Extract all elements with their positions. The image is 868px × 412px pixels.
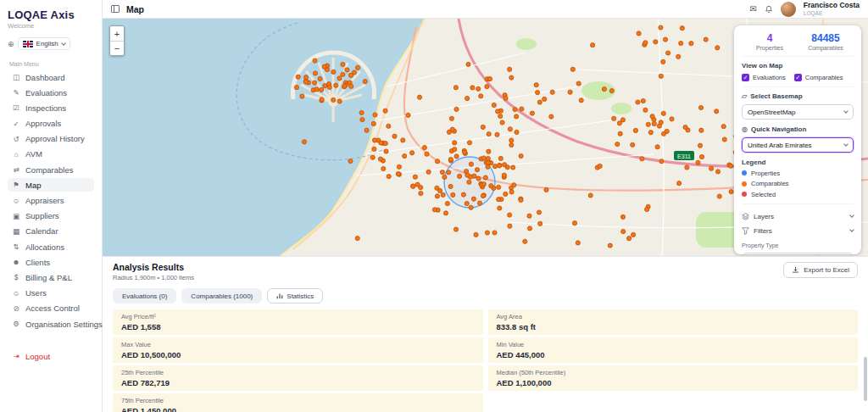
comparable-marker[interactable] [396, 172, 400, 176]
comparable-marker[interactable] [359, 110, 364, 114]
comparable-marker[interactable] [698, 143, 702, 148]
comparable-marker[interactable] [384, 149, 388, 153]
comparable-marker[interactable] [568, 90, 572, 94]
logout-button[interactable]: ⇥Logout [8, 349, 94, 363]
zoom-in-button[interactable]: + [110, 26, 124, 41]
comparable-marker[interactable] [373, 113, 377, 117]
comparable-marker[interactable] [513, 108, 517, 112]
sidebar-item-organisation-settings[interactable]: ⚙Organisation Settings [8, 317, 94, 331]
comparable-marker[interactable] [715, 46, 720, 50]
comparable-marker[interactable] [467, 180, 471, 184]
comparable-marker[interactable] [475, 168, 479, 172]
comparable-marker[interactable] [426, 170, 431, 174]
comparable-marker[interactable] [504, 192, 508, 196]
comparable-marker[interactable] [435, 194, 439, 198]
comparable-marker[interactable] [659, 120, 663, 125]
comparable-marker[interactable] [465, 201, 469, 205]
comparable-marker[interactable] [450, 127, 454, 131]
comparable-marker[interactable] [322, 64, 326, 69]
comparable-marker[interactable] [519, 198, 523, 202]
comparable-marker[interactable] [523, 239, 527, 243]
comparable-marker[interactable] [403, 154, 407, 159]
comparable-marker[interactable] [486, 164, 490, 169]
sidebar-collapse-icon[interactable] [111, 5, 120, 13]
comparable-marker[interactable] [447, 170, 451, 175]
comparable-marker[interactable] [689, 42, 693, 46]
comparable-marker[interactable] [620, 118, 625, 122]
comparable-marker[interactable] [313, 71, 317, 75]
comparable-marker[interactable] [438, 188, 442, 192]
comparable-marker[interactable] [636, 100, 640, 104]
comparable-marker[interactable] [425, 152, 429, 156]
comparable-marker[interactable] [466, 62, 470, 66]
comparable-marker[interactable] [296, 75, 300, 79]
comparable-marker[interactable] [387, 175, 391, 179]
comparable-marker[interactable] [679, 41, 683, 45]
comparable-marker[interactable] [520, 107, 524, 111]
comparable-marker[interactable] [313, 81, 317, 85]
comparable-marker[interactable] [659, 74, 663, 78]
mail-icon[interactable]: ✉ [749, 5, 756, 14]
comparable-marker[interactable] [537, 100, 542, 104]
tab-comparables[interactable]: Comparables (1000) [181, 288, 262, 303]
comparable-marker[interactable] [721, 125, 726, 129]
comparable-marker[interactable] [469, 205, 473, 209]
comparable-marker[interactable] [483, 175, 487, 180]
comparable-marker[interactable] [406, 113, 410, 117]
comparable-marker[interactable] [314, 87, 319, 92]
avatar[interactable] [781, 2, 796, 17]
comparable-marker[interactable] [363, 80, 367, 84]
comparable-marker[interactable] [512, 183, 516, 187]
comparable-marker[interactable] [508, 67, 512, 71]
comparable-marker[interactable] [337, 76, 342, 81]
comparable-marker[interactable] [492, 164, 497, 169]
sidebar-item-inspections[interactable]: ☑Inspections [8, 101, 94, 114]
comparable-marker[interactable] [615, 142, 620, 147]
comparable-marker[interactable] [519, 153, 523, 158]
comparable-marker[interactable] [323, 84, 327, 88]
comparable-marker[interactable] [550, 90, 554, 94]
comparable-marker[interactable] [451, 192, 455, 197]
comparable-marker[interactable] [372, 147, 376, 151]
comparable-marker[interactable] [485, 231, 489, 235]
comparable-marker[interactable] [497, 185, 501, 189]
comparable-marker[interactable] [477, 201, 481, 205]
comparable-marker[interactable] [448, 184, 453, 188]
comparable-marker[interactable] [465, 173, 470, 177]
comparable-marker[interactable] [536, 91, 540, 95]
comparable-marker[interactable] [542, 97, 547, 101]
comparable-marker[interactable] [469, 162, 473, 166]
comparable-marker[interactable] [341, 72, 345, 76]
comparable-marker[interactable] [479, 94, 483, 98]
comparable-marker[interactable] [699, 128, 704, 132]
comparable-marker[interactable] [487, 149, 491, 153]
tab-evaluations[interactable]: Evaluations (0) [113, 288, 176, 303]
comparable-marker[interactable] [474, 232, 478, 237]
comparable-marker[interactable] [498, 114, 503, 118]
comparable-marker[interactable] [495, 132, 499, 136]
comparable-marker[interactable] [663, 37, 667, 42]
comparable-marker[interactable] [481, 182, 486, 187]
comparable-marker[interactable] [458, 174, 462, 178]
comparable-marker[interactable] [715, 170, 720, 174]
comparable-marker[interactable] [659, 159, 664, 164]
comparable-marker[interactable] [313, 58, 317, 63]
comparable-marker[interactable] [432, 208, 437, 212]
comparable-marker[interactable] [371, 121, 376, 125]
comparable-marker[interactable] [500, 120, 504, 125]
comparable-marker[interactable] [650, 114, 654, 119]
comparable-marker[interactable] [435, 159, 439, 164]
comparable-marker[interactable] [509, 142, 514, 147]
comparable-marker[interactable] [729, 190, 733, 194]
sidebar-item-avm[interactable]: ⌂AVM [8, 148, 94, 161]
comparable-marker[interactable] [579, 98, 583, 103]
comparable-marker[interactable] [379, 141, 383, 145]
comparable-marker[interactable] [320, 97, 324, 102]
comparable-marker[interactable] [685, 165, 689, 170]
comparable-marker[interactable] [683, 125, 687, 129]
map-canvas[interactable]: E311 + − 4 Properties 84485 Comparables … [103, 19, 868, 256]
comparable-marker[interactable] [576, 241, 580, 245]
comparable-marker[interactable] [383, 142, 387, 146]
filters-toggle[interactable]: Filters [742, 224, 854, 238]
comparable-marker[interactable] [511, 165, 515, 170]
